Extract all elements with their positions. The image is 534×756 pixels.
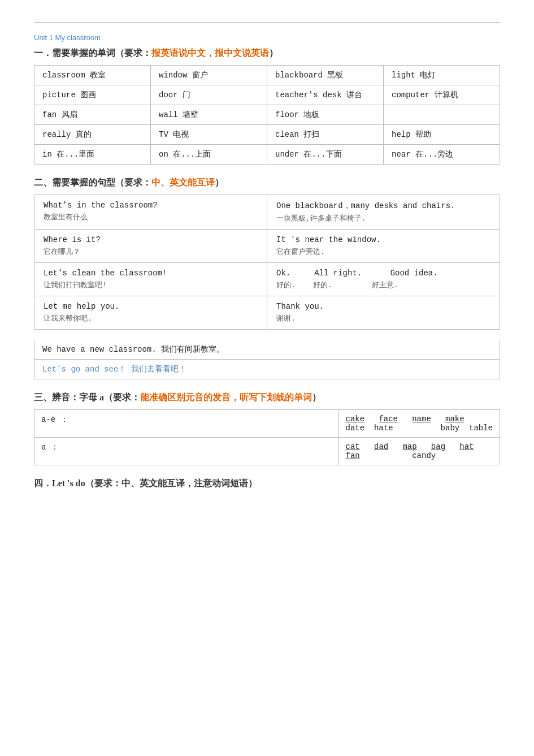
phonics-word-underlined: make <box>445 414 464 424</box>
sentence-cell-right: It 's near the window. 它在窗户旁边. <box>267 230 500 263</box>
table-row: Let's clean the classroom! 让我们打扫教室吧! Ok.… <box>34 263 500 296</box>
sentence-english: It 's near the window. <box>276 235 490 244</box>
vocab-cell: picture 图画 <box>34 85 151 105</box>
extra-sentence-2: Let's go and see！ 我们去看看吧！ <box>34 360 500 379</box>
unit-label: Unit 1 My classroom <box>34 33 500 42</box>
section-phonics: 三、辨音：字母 a（要求：能准确区别元音的发音，听写下划线的单词） a-e ： … <box>34 392 500 465</box>
table-row: a ： cat dad map bag hat fan candy <box>34 438 500 465</box>
vocab-cell: near 在...旁边 <box>384 145 500 165</box>
table-row: picture 图画 door 门 teacher's desk 讲台 comp… <box>34 85 500 105</box>
table-row: in 在...里面 on 在...上面 under 在...下面 near 在.… <box>34 145 500 165</box>
section-sentences-highlight: 中、英文能互译 <box>151 178 215 187</box>
phonics-words-text: cake face name make date hate baby table <box>346 414 493 433</box>
sentence-english: Where is it? <box>44 235 258 244</box>
vocab-cell: on 在...上面 <box>151 145 267 165</box>
sentence-english: One blackboard，many desks and chairs. <box>276 201 490 211</box>
vocab-cell: fan 风扇 <box>34 105 151 125</box>
vocab-cell: classroom 教室 <box>34 66 151 85</box>
vocab-cell: help 帮助 <box>384 125 500 145</box>
vocab-cell: really 真的 <box>34 125 151 145</box>
vocab-cell: blackboard 黑板 <box>267 66 384 85</box>
vocab-cell: computer 计算机 <box>384 85 500 105</box>
sentence-cell-right: One blackboard，many desks and chairs. 一块… <box>267 195 500 230</box>
vocab-cell: teacher's desk 讲台 <box>267 85 384 105</box>
section-sentences-title: 二、需要掌握的句型（要求：中、英文能互译） <box>34 177 500 189</box>
table-row: classroom 教室 window 窗户 blackboard 黑板 lig… <box>34 66 500 85</box>
sentence-table: What's in the classroom? 教室里有什么 One blac… <box>34 195 500 330</box>
table-row: What's in the classroom? 教室里有什么 One blac… <box>34 195 500 230</box>
phonics-table: a-e ： cake face name make date hate baby… <box>34 409 500 465</box>
section-vocab-end: ） <box>269 48 278 58</box>
sentence-english: Let's clean the classroom! <box>44 269 258 278</box>
vocab-cell: wall 墙壁 <box>151 105 267 125</box>
sentence-cell-left: Let me help you. 让我来帮你吧. <box>34 296 267 330</box>
top-divider <box>34 23 500 23</box>
vocab-table: classroom 教室 window 窗户 blackboard 黑板 lig… <box>34 65 500 165</box>
section-lets-do: 四．Let 's do（要求：中、英文能互译，注意动词短语） <box>34 478 500 490</box>
vocab-cell: window 窗户 <box>151 66 267 85</box>
sentence-chinese: 它在哪儿？ <box>44 247 258 257</box>
phonics-word-underlined: dad <box>374 442 388 451</box>
sentence-chinese: 它在窗户旁边. <box>276 247 490 257</box>
table-row: fan 风扇 wall 墙壁 floor 地板 <box>34 105 500 125</box>
section-lets-do-text: 四．Let 's do（要求：中、英文能互译，注意动词短语） <box>34 478 257 488</box>
phonics-word-underlined: map <box>402 442 416 451</box>
table-row: a-e ： cake face name make date hate baby… <box>34 410 500 438</box>
phonics-word-underlined: bag <box>431 442 445 451</box>
vocab-cell: door 门 <box>151 85 267 105</box>
sentence-chinese: 让我们打扫教室吧! <box>44 280 258 290</box>
phonics-pattern: a-e ： <box>34 410 339 438</box>
phonics-word-underlined: face <box>379 414 398 424</box>
vocab-cell: under 在...下面 <box>267 145 384 165</box>
phonics-words: cat dad map bag hat fan candy <box>338 438 500 465</box>
vocab-cell: clean 打扫 <box>267 125 384 145</box>
phonics-words-text: cat dad map bag hat fan candy <box>346 442 484 460</box>
phonics-word-underlined: fan <box>346 451 360 460</box>
sentence-chinese: 好的. 好的. 好主意. <box>276 280 490 290</box>
sentence-english: What's in the classroom? <box>44 201 258 210</box>
sentence-cell-left: Let's clean the classroom! 让我们打扫教室吧! <box>34 263 267 296</box>
phonics-words: cake face name make date hate baby table <box>338 410 500 438</box>
phonics-word-underlined: cake <box>346 414 365 424</box>
sentence-english: Ok. All right. Good idea. <box>276 269 490 278</box>
phonics-word-underlined: name <box>412 414 431 424</box>
section-sentences-end: ） <box>215 178 224 187</box>
vocab-cell <box>384 105 500 125</box>
sentence-chinese: 教室里有什么 <box>44 212 258 222</box>
vocab-cell: in 在...里面 <box>34 145 151 165</box>
phonics-word-underlined: hat <box>459 442 474 451</box>
sentence-chinese: 让我来帮你吧. <box>44 313 258 323</box>
sentence-english: Thank you. <box>276 302 490 311</box>
sentence-english: Let me help you. <box>44 302 258 311</box>
vocab-cell: floor 地板 <box>267 105 384 125</box>
sentence-cell-right: Ok. All right. Good idea. 好的. 好的. 好主意. <box>267 263 500 296</box>
section-sentences: 二、需要掌握的句型（要求：中、英文能互译） What's in the clas… <box>34 177 500 379</box>
section-phonics-end: ） <box>312 392 321 402</box>
sentence-cell-left: What's in the classroom? 教室里有什么 <box>34 195 267 230</box>
vocab-cell: TV 电视 <box>151 125 267 145</box>
section-sentences-number: 二、需要掌握的句型（要求： <box>34 178 151 187</box>
section-phonics-title: 三、辨音：字母 a（要求：能准确区别元音的发音，听写下划线的单词） <box>34 392 500 404</box>
table-row: Where is it? 它在哪儿？ It 's near the window… <box>34 230 500 263</box>
section-vocab: 一．需要掌握的单词（要求：报英语说中文，报中文说英语） classroom 教室… <box>34 47 500 165</box>
section-vocab-number: 一．需要掌握的单词（要求： <box>34 48 151 58</box>
phonics-word-underlined: cat <box>346 442 360 451</box>
section-phonics-highlight: 能准确区别元音的发音，听写下划线的单词 <box>140 392 312 402</box>
extra-sentence-1: We have a new classroom. 我们有间新教室。 <box>34 340 500 360</box>
sentence-chinese: 一块黑板,许多桌子和椅子. <box>276 213 490 223</box>
table-row: Let me help you. 让我来帮你吧. Thank you. 谢谢. <box>34 296 500 330</box>
section-vocab-title: 一．需要掌握的单词（要求：报英语说中文，报中文说英语） <box>34 47 500 59</box>
sentence-chinese: 谢谢. <box>276 313 490 323</box>
table-row: really 真的 TV 电视 clean 打扫 help 帮助 <box>34 125 500 145</box>
sentence-cell-left: Where is it? 它在哪儿？ <box>34 230 267 263</box>
vocab-cell: light 电灯 <box>384 66 500 85</box>
section-vocab-highlight: 报英语说中文，报中文说英语 <box>151 48 269 58</box>
phonics-pattern: a ： <box>34 438 339 465</box>
section-phonics-number: 三、辨音：字母 a（要求： <box>34 392 140 402</box>
sentence-cell-right: Thank you. 谢谢. <box>267 296 500 330</box>
section-lets-do-title: 四．Let 's do（要求：中、英文能互译，注意动词短语） <box>34 478 500 490</box>
